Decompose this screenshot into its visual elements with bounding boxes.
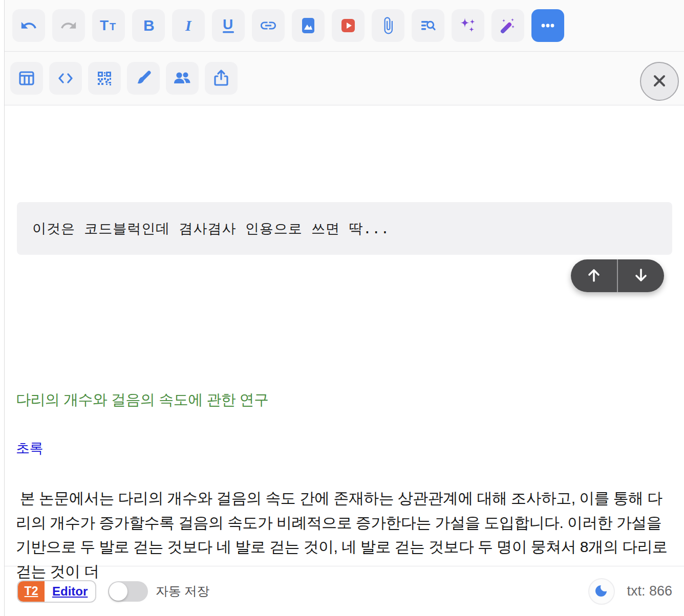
table-button[interactable] — [10, 62, 43, 95]
share-icon — [212, 69, 230, 88]
editor-content-area[interactable]: 이것은 코드블럭인데 겸사겸사 인용으로 쓰면 딱... — [5, 105, 684, 566]
autosave-label: 자동 저장 — [156, 583, 209, 600]
arrow-down-icon — [632, 266, 650, 286]
attachment-button[interactable] — [372, 9, 404, 42]
image-button[interactable] — [292, 9, 325, 42]
svg-text:T: T — [110, 21, 116, 32]
qr-code-button[interactable] — [88, 62, 121, 95]
link-button[interactable] — [252, 9, 285, 42]
editor-window: T T B I U — [5, 0, 684, 616]
document-paragraph[interactable]: 본 논문에서는 다리의 개수와 걸음의 속도 간에 존재하는 상관관계에 대해 … — [16, 486, 668, 583]
toolbar-primary: T T B I U — [5, 0, 684, 52]
redo-icon — [60, 17, 77, 34]
section-heading[interactable]: 초록 — [16, 439, 43, 457]
scroll-pill — [571, 259, 664, 292]
attachment-icon — [379, 16, 397, 35]
code-icon — [56, 70, 75, 87]
t2-editor-badge[interactable]: T2 Editor — [17, 580, 96, 603]
text-size-icon: T T — [98, 16, 119, 35]
italic-button[interactable]: I — [172, 9, 205, 42]
redo-button[interactable] — [52, 9, 85, 42]
brush-icon — [134, 69, 153, 88]
toolbar-secondary — [5, 52, 684, 105]
text-size-button[interactable]: T T — [92, 9, 125, 42]
youtube-icon — [339, 17, 357, 34]
bold-icon: B — [139, 16, 158, 35]
search-text-button[interactable] — [412, 9, 444, 42]
image-icon — [300, 16, 317, 35]
more-icon — [539, 16, 557, 35]
char-count: txt: 866 — [621, 583, 672, 599]
brush-button[interactable] — [127, 62, 160, 95]
underline-icon: U — [219, 16, 238, 35]
qr-code-icon — [95, 69, 114, 87]
svg-text:U: U — [223, 16, 233, 32]
close-icon — [651, 72, 668, 91]
code-button[interactable] — [49, 62, 82, 95]
magic-wand-icon — [498, 16, 518, 35]
collaborators-icon — [172, 69, 193, 87]
panel-left-border — [4, 0, 5, 616]
autosave-toggle[interactable] — [108, 581, 148, 602]
toggle-knob — [109, 582, 127, 601]
collaborators-button[interactable] — [166, 62, 199, 95]
undo-button[interactable] — [12, 9, 45, 42]
editor-link[interactable]: Editor — [45, 581, 95, 602]
svg-text:I: I — [185, 17, 192, 34]
underline-button[interactable]: U — [212, 9, 245, 42]
italic-icon: I — [179, 16, 198, 35]
scroll-down-button[interactable] — [618, 259, 664, 292]
magic-wand-button[interactable] — [491, 9, 524, 42]
undo-icon — [20, 17, 37, 34]
table-icon — [17, 69, 36, 87]
code-block-text: 이것은 코드블럭인데 겸사겸사 인용으로 쓰면 딱... — [32, 219, 390, 238]
ai-sparkles-icon — [458, 16, 478, 35]
arrow-up-icon — [585, 266, 603, 286]
scroll-up-button[interactable] — [571, 259, 617, 292]
t2-logo: T2 — [18, 581, 45, 602]
share-button[interactable] — [205, 62, 238, 95]
more-button[interactable] — [531, 9, 564, 42]
search-text-icon — [419, 16, 437, 35]
bold-button[interactable]: B — [132, 9, 165, 42]
link-icon — [259, 16, 277, 35]
svg-text:B: B — [143, 17, 155, 34]
document-title[interactable]: 다리의 개수와 걸음의 속도에 관한 연구 — [16, 390, 269, 410]
youtube-button[interactable] — [332, 9, 365, 42]
close-button[interactable] — [640, 62, 679, 101]
svg-text:T: T — [100, 17, 109, 33]
code-block[interactable]: 이것은 코드블럭인데 겸사겸사 인용으로 쓰면 딱... — [17, 202, 672, 255]
moon-icon — [593, 582, 610, 600]
ai-sparkles-button[interactable] — [452, 9, 484, 42]
